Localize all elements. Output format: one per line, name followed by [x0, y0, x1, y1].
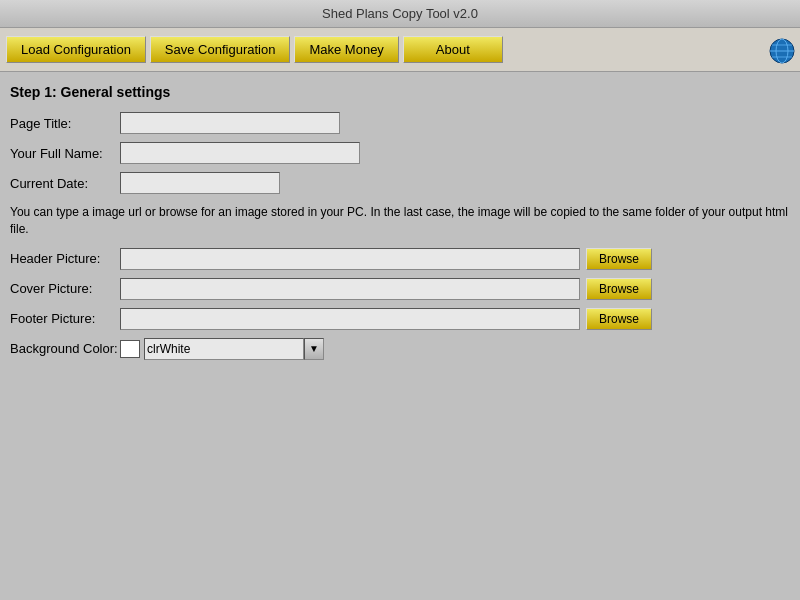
footer-picture-input[interactable]	[120, 308, 580, 330]
full-name-label: Your Full Name:	[10, 146, 120, 161]
current-date-input[interactable]	[120, 172, 280, 194]
info-text: You can type a image url or browse for a…	[10, 204, 790, 238]
current-date-label: Current Date:	[10, 176, 120, 191]
cover-picture-input[interactable]	[120, 278, 580, 300]
footer-browse-button[interactable]: Browse	[586, 308, 652, 330]
cover-browse-button[interactable]: Browse	[586, 278, 652, 300]
save-config-button[interactable]: Save Configuration	[150, 36, 291, 63]
dropdown-arrow-icon[interactable]: ▼	[304, 338, 324, 360]
full-name-input[interactable]	[120, 142, 360, 164]
color-swatch	[120, 340, 140, 358]
toolbar: Load Configuration Save Configuration Ma…	[0, 28, 800, 72]
footer-picture-label: Footer Picture:	[10, 311, 120, 326]
current-date-row: Current Date:	[10, 172, 790, 194]
page-title-row: Page Title:	[10, 112, 790, 134]
cover-picture-label: Cover Picture:	[10, 281, 120, 296]
cover-picture-row: Cover Picture: Browse	[10, 278, 790, 300]
main-content: Step 1: General settings Page Title: You…	[0, 72, 800, 372]
header-picture-label: Header Picture:	[10, 251, 120, 266]
color-select-wrapper: clrWhite clrBlack clrRed clrBlue clrGree…	[144, 338, 324, 360]
header-picture-row: Header Picture: Browse	[10, 248, 790, 270]
about-button[interactable]: About	[403, 36, 503, 63]
header-browse-button[interactable]: Browse	[586, 248, 652, 270]
header-picture-input[interactable]	[120, 248, 580, 270]
background-color-row: Background Color: clrWhite clrBlack clrR…	[10, 338, 790, 360]
app-title: Shed Plans Copy Tool v2.0	[322, 6, 478, 21]
page-title-input[interactable]	[120, 112, 340, 134]
background-color-select[interactable]: clrWhite clrBlack clrRed clrBlue clrGree…	[144, 338, 304, 360]
title-bar: Shed Plans Copy Tool v2.0	[0, 0, 800, 28]
background-color-label: Background Color:	[10, 341, 120, 356]
globe-icon	[768, 37, 794, 63]
make-money-button[interactable]: Make Money	[294, 36, 398, 63]
step-title: Step 1: General settings	[10, 84, 790, 100]
load-config-button[interactable]: Load Configuration	[6, 36, 146, 63]
full-name-row: Your Full Name:	[10, 142, 790, 164]
page-title-label: Page Title:	[10, 116, 120, 131]
footer-picture-row: Footer Picture: Browse	[10, 308, 790, 330]
